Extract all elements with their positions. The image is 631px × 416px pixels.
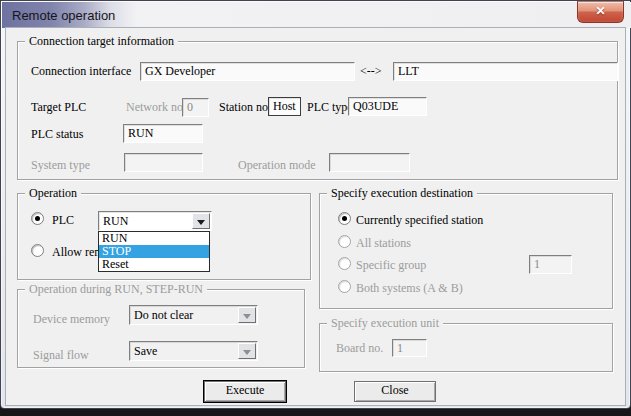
all-stations-label: All stations bbox=[356, 236, 411, 251]
currently-specified-station-radio[interactable] bbox=[338, 212, 351, 225]
execution-unit-group-title: Specify execution unit bbox=[327, 316, 443, 331]
interface-arrow: <--> bbox=[360, 64, 382, 79]
board-no-field: 1 bbox=[392, 339, 427, 357]
combobox-dropdown-button[interactable] bbox=[192, 213, 210, 229]
all-stations-radio bbox=[338, 235, 351, 248]
plc-operation-combobox[interactable]: RUN bbox=[98, 211, 212, 231]
station-no-field: Host bbox=[268, 97, 301, 116]
chevron-down-icon bbox=[243, 314, 251, 319]
connection-target-group-title: Connection target information bbox=[25, 34, 178, 49]
plc-radio[interactable] bbox=[31, 212, 44, 225]
device-memory-combobox: Do not clear bbox=[129, 305, 258, 325]
operation-mode-field bbox=[329, 153, 410, 172]
both-systems-label: Both systems (A & B) bbox=[356, 281, 463, 296]
execute-button[interactable]: Execute bbox=[204, 381, 286, 402]
signal-flow-combobox: Save bbox=[129, 341, 258, 361]
signal-flow-label: Signal flow bbox=[33, 348, 89, 363]
system-type-field bbox=[124, 153, 203, 172]
close-dialog-button[interactable]: Close bbox=[354, 381, 436, 402]
allow-remote-radio-label[interactable]: Allow rem bbox=[52, 245, 104, 260]
signal-flow-value: Save bbox=[134, 343, 157, 359]
close-icon: ✕ bbox=[578, 2, 623, 20]
device-memory-label: Device memory bbox=[33, 312, 110, 327]
connection-interface-label: Connection interface bbox=[31, 64, 131, 79]
system-type-label: System type bbox=[31, 158, 90, 173]
network-no-label: Network no. bbox=[126, 100, 186, 115]
remote-operation-dialog: Remote operation ✕ Connection target inf… bbox=[0, 0, 631, 416]
operation-mode-label: Operation mode bbox=[238, 158, 316, 173]
connection-target-field: LLT bbox=[393, 62, 618, 81]
title-bar: Remote operation bbox=[2, 2, 631, 28]
close-button[interactable]: ✕ bbox=[577, 1, 624, 23]
device-memory-value: Do not clear bbox=[134, 307, 193, 323]
both-systems-radio bbox=[338, 280, 351, 293]
dialog-client-area: Connection target information Connection… bbox=[5, 27, 626, 406]
specific-group-label: Specific group bbox=[356, 258, 426, 273]
plc-type-label: PLC type bbox=[307, 100, 353, 115]
board-no-label: Board no. bbox=[336, 341, 383, 356]
signal-flow-dropdown-button bbox=[238, 343, 256, 359]
station-no-label: Station no. bbox=[219, 100, 271, 115]
chevron-down-icon bbox=[243, 350, 251, 355]
combobox-value: RUN bbox=[103, 213, 128, 229]
chevron-down-icon bbox=[197, 220, 205, 225]
plc-status-label: PLC status bbox=[31, 127, 83, 142]
operation-group-title: Operation bbox=[25, 186, 81, 201]
allow-remote-radio[interactable] bbox=[31, 244, 44, 257]
execution-destination-group-title: Specify execution destination bbox=[327, 186, 477, 201]
specific-group-radio bbox=[338, 257, 351, 270]
radio-dot bbox=[342, 216, 347, 221]
plc-type-field: Q03UDE bbox=[348, 97, 427, 116]
connection-interface-field: GX Developer bbox=[140, 62, 355, 81]
specific-group-field: 1 bbox=[529, 255, 572, 274]
network-no-field: 0 bbox=[182, 98, 209, 117]
dropdown-item-reset[interactable]: Reset bbox=[99, 258, 209, 271]
plc-status-field: RUN bbox=[123, 124, 203, 143]
window-title: Remote operation bbox=[12, 8, 115, 23]
operation-dropdown-list: RUN STOP Reset bbox=[98, 231, 210, 272]
radio-dot bbox=[35, 216, 40, 221]
target-plc-label: Target PLC bbox=[31, 100, 86, 115]
run-step-run-group-title: Operation during RUN, STEP-RUN bbox=[25, 282, 207, 297]
device-memory-dropdown-button bbox=[238, 307, 256, 323]
plc-radio-label[interactable]: PLC bbox=[52, 213, 74, 228]
currently-specified-station-label[interactable]: Currently specified station bbox=[356, 213, 483, 228]
